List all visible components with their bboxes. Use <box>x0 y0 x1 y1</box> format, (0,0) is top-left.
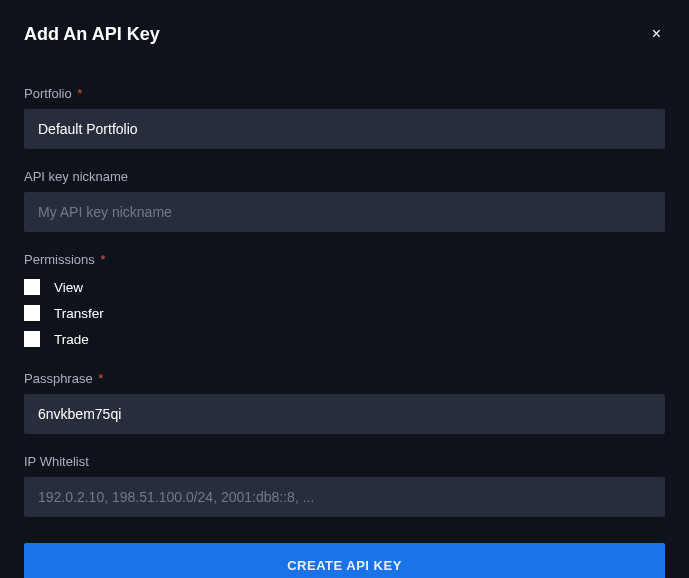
close-icon: × <box>652 25 661 42</box>
portfolio-selected-value: Default Portfolio <box>38 121 138 137</box>
permission-trade-row[interactable]: Trade <box>24 331 665 347</box>
portfolio-label-text: Portfolio <box>24 86 72 101</box>
passphrase-field: Passphrase * <box>24 371 665 434</box>
ip-whitelist-label: IP Whitelist <box>24 454 665 469</box>
portfolio-label: Portfolio * <box>24 86 665 101</box>
permissions-label-text: Permissions <box>24 252 95 267</box>
passphrase-input[interactable] <box>24 394 665 434</box>
ip-whitelist-input[interactable] <box>24 477 665 517</box>
passphrase-label-text: Passphrase <box>24 371 93 386</box>
add-api-key-modal: Add An API Key × Portfolio * Default Por… <box>0 0 689 578</box>
modal-title: Add An API Key <box>24 24 160 45</box>
permissions-label: Permissions * <box>24 252 665 267</box>
portfolio-field: Portfolio * Default Portfolio <box>24 86 665 149</box>
permission-trade-label: Trade <box>54 332 89 347</box>
modal-header: Add An API Key × <box>24 22 665 46</box>
nickname-label: API key nickname <box>24 169 665 184</box>
permission-view-label: View <box>54 280 83 295</box>
required-indicator: * <box>98 371 103 386</box>
ip-whitelist-field: IP Whitelist <box>24 454 665 517</box>
passphrase-label: Passphrase * <box>24 371 665 386</box>
permission-view-row[interactable]: View <box>24 279 665 295</box>
required-indicator: * <box>77 86 82 101</box>
permissions-field: Permissions * View Transfer Trade <box>24 252 665 347</box>
close-button[interactable]: × <box>648 22 665 46</box>
nickname-input[interactable] <box>24 192 665 232</box>
required-indicator: * <box>100 252 105 267</box>
nickname-field: API key nickname <box>24 169 665 232</box>
checkbox-icon <box>24 331 40 347</box>
create-api-key-button[interactable]: CREATE API KEY <box>24 543 665 578</box>
permission-transfer-label: Transfer <box>54 306 104 321</box>
permission-transfer-row[interactable]: Transfer <box>24 305 665 321</box>
checkbox-icon <box>24 305 40 321</box>
checkbox-icon <box>24 279 40 295</box>
portfolio-select[interactable]: Default Portfolio <box>24 109 665 149</box>
